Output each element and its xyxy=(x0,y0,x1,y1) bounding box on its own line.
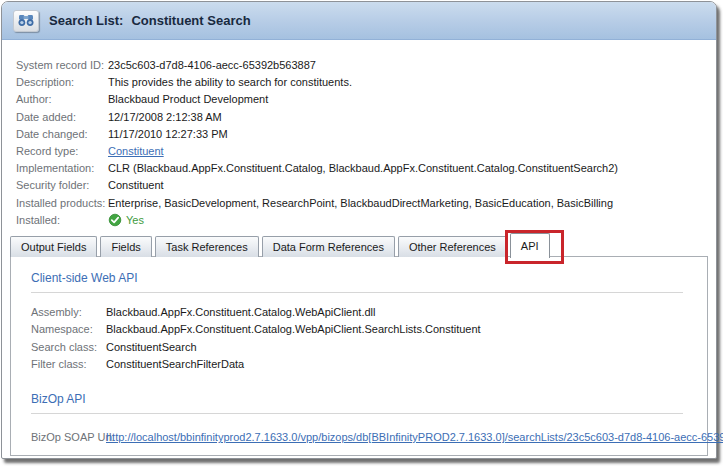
property-value: CLR (Blackbaud.AppFx.Constituent.Catalog… xyxy=(108,162,618,175)
properties-section: System record ID:23c5c603-d7d8-4106-aecc… xyxy=(2,40,716,228)
soap-url-label: BizOp SOAP Url: xyxy=(31,431,106,444)
record-type-link[interactable]: Constituent xyxy=(108,145,164,158)
property-row: Description:This provides the ability to… xyxy=(16,76,702,89)
field-value: Blackbaud.AppFx.Constituent.Catalog.WebA… xyxy=(106,323,481,336)
status-badge: Yes xyxy=(126,214,144,227)
field-value: Blackbaud.AppFx.Constituent.Catalog.WebA… xyxy=(106,306,375,319)
property-value: Constituent xyxy=(108,179,164,192)
check-icon xyxy=(108,214,126,228)
property-label: Installed: xyxy=(16,214,108,228)
tab-output-fields[interactable]: Output Fields xyxy=(10,236,97,257)
property-label: System record ID: xyxy=(16,59,108,72)
soap-url-link[interactable]: http://localhost/bbinfinityprod2.7.1633.… xyxy=(106,431,723,444)
field-label: Namespace: xyxy=(31,323,106,336)
property-row: Security folder:Constituent xyxy=(16,179,702,192)
soap-url-row: BizOp SOAP Url: http://localhost/bbinfin… xyxy=(31,431,683,444)
installed-status: Yes xyxy=(108,214,144,228)
page-title-prefix: Search List: xyxy=(49,13,123,28)
property-label: Description: xyxy=(16,76,108,89)
property-label: Installed products: xyxy=(16,197,108,210)
tab-strip: Output Fields Fields Task References Dat… xyxy=(2,232,716,257)
bizop-api-heading: BizOp API xyxy=(31,392,683,406)
property-label: Implementation: xyxy=(16,162,108,175)
page-title-name: Constituent Search xyxy=(131,13,250,28)
property-row: System record ID:23c5c603-d7d8-4106-aecc… xyxy=(16,59,702,72)
api-field-row: Search class:ConstituentSearch xyxy=(31,341,683,354)
property-label: Author: xyxy=(16,93,108,106)
divider xyxy=(31,292,683,293)
tab-other-references[interactable]: Other References xyxy=(398,236,507,257)
web-api-heading: Client-side Web API xyxy=(31,271,683,285)
property-row: Date changed:11/17/2010 12:27:33 PM xyxy=(16,128,702,141)
property-row: Installed: Yes xyxy=(16,214,702,228)
property-label: Date added: xyxy=(16,111,108,124)
field-label: Search class: xyxy=(31,341,106,354)
api-field-row: Assembly:Blackbaud.AppFx.Constituent.Cat… xyxy=(31,306,683,319)
tab-fields[interactable]: Fields xyxy=(100,236,151,257)
property-label: Record type: xyxy=(16,145,108,158)
api-panel: Client-side Web API Assembly:Blackbaud.A… xyxy=(10,256,708,456)
divider xyxy=(31,413,683,414)
tab-api[interactable]: API xyxy=(510,233,550,258)
field-value: ConstituentSearchFilterData xyxy=(106,358,244,371)
property-value: 11/17/2010 12:27:33 PM xyxy=(108,128,228,141)
property-row: Implementation:CLR (Blackbaud.AppFx.Cons… xyxy=(16,162,702,175)
property-row: Installed products:Enterprise, BasicDeve… xyxy=(16,197,702,210)
property-row: Date added:12/17/2008 2:12:38 AM xyxy=(16,111,702,124)
tab-api-label: API xyxy=(521,240,539,252)
property-row: Author:Blackbaud Product Development xyxy=(16,93,702,106)
property-value: This provides the ability to search for … xyxy=(108,76,352,89)
field-value: ConstituentSearch xyxy=(106,341,197,354)
field-label: Assembly: xyxy=(31,306,106,319)
property-value: Enterprise, BasicDevelopment, ResearchPo… xyxy=(108,197,613,210)
titlebar: Search List:Constituent Search xyxy=(2,2,716,40)
tab-data-form-references[interactable]: Data Form References xyxy=(262,236,395,257)
binoculars-icon xyxy=(13,10,39,32)
property-value: Blackbaud Product Development xyxy=(108,93,268,106)
field-label: Filter class: xyxy=(31,358,106,371)
property-label: Security folder: xyxy=(16,179,108,192)
property-row: Record type:Constituent xyxy=(16,145,702,158)
property-value: 12/17/2008 2:12:38 AM xyxy=(108,111,222,124)
page-title: Search List:Constituent Search xyxy=(49,13,251,28)
tab-task-references[interactable]: Task References xyxy=(155,236,259,257)
api-field-row: Filter class:ConstituentSearchFilterData xyxy=(31,358,683,371)
search-list-window: Search List:Constituent Search System re… xyxy=(1,1,717,459)
property-value: 23c5c603-d7d8-4106-aecc-65392b563887 xyxy=(108,59,316,72)
property-label: Date changed: xyxy=(16,128,108,141)
api-field-row: Namespace:Blackbaud.AppFx.Constituent.Ca… xyxy=(31,323,683,336)
